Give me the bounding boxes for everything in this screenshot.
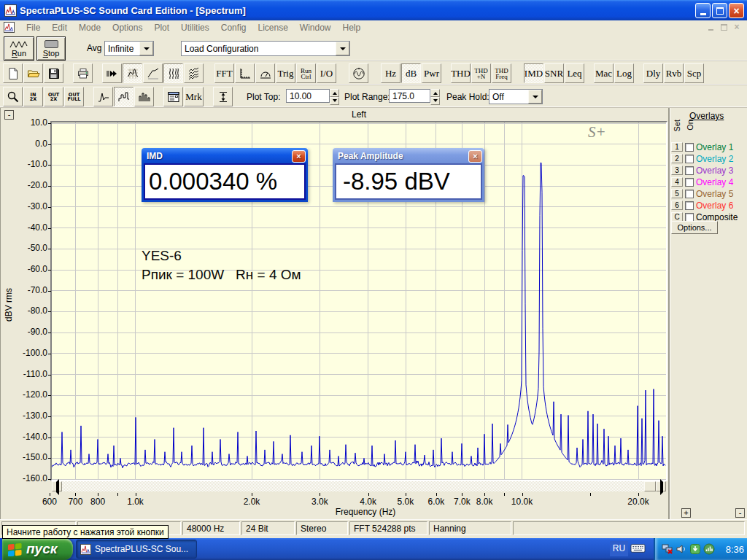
units-db-button[interactable]: dB xyxy=(401,63,421,83)
spectrogram-view-button[interactable] xyxy=(163,63,183,83)
expand-range-button[interactable]: + xyxy=(681,508,691,518)
processing-button[interactable] xyxy=(102,63,122,83)
restore-button[interactable] xyxy=(712,3,727,18)
close-button[interactable]: × xyxy=(729,3,744,18)
logging-button[interactable]: Log xyxy=(614,63,634,83)
reverb-button[interactable]: Rvb xyxy=(664,63,684,83)
overlay-on-6-checkbox[interactable] xyxy=(685,201,694,210)
network-status-icon[interactable] xyxy=(662,543,673,555)
menu-help[interactable]: Help xyxy=(337,21,367,34)
load-configuration-dropdown-button[interactable] xyxy=(336,42,349,55)
menu-file[interactable]: File xyxy=(20,21,46,34)
overlay-set-2-button[interactable]: 2 xyxy=(671,154,683,163)
avg-dropdown-button[interactable] xyxy=(139,42,153,55)
spectrum-view-button[interactable] xyxy=(123,63,142,83)
plot-top-input[interactable]: 10.00 xyxy=(286,89,330,103)
overlay-set-6-button[interactable]: 6 xyxy=(671,201,683,210)
menu-window[interactable]: Window xyxy=(294,21,337,34)
imd-close-button[interactable]: × xyxy=(292,150,306,163)
scrollbar-thumb[interactable] xyxy=(644,481,656,491)
overlay-on-4-checkbox[interactable] xyxy=(685,178,694,187)
overlay-set-3-button[interactable]: 3 xyxy=(671,166,683,175)
signal-icon[interactable] xyxy=(703,543,715,555)
imd-window-titlebar[interactable]: IMD × xyxy=(142,148,308,163)
signal-generator-button[interactable] xyxy=(349,63,368,83)
overlay-on-5-checkbox[interactable] xyxy=(685,190,694,198)
zoom-out-2x-button[interactable]: OUT2X xyxy=(44,87,63,106)
run-control-button[interactable]: RunCtrl xyxy=(296,63,316,83)
volume-icon[interactable] xyxy=(676,543,687,555)
print-button[interactable] xyxy=(73,63,93,83)
overlay-set-1-button[interactable]: 1 xyxy=(671,142,683,152)
trigger-button[interactable]: Trig xyxy=(276,63,295,83)
taskbar-item-spectraplus[interactable]: SpectraPLUS-SC Sou... xyxy=(76,540,197,559)
menu-edit[interactable]: Edit xyxy=(46,21,73,34)
overlay-on-2-checkbox[interactable] xyxy=(685,155,694,163)
markers-button[interactable]: Mrk xyxy=(184,87,204,106)
calibration-button[interactable] xyxy=(255,63,275,83)
snr-button[interactable]: SNR xyxy=(544,63,564,83)
scroll-right-button[interactable] xyxy=(656,481,666,491)
plot-step-button[interactable] xyxy=(114,87,133,106)
update-icon[interactable] xyxy=(689,543,701,555)
run-button[interactable]: Run xyxy=(4,36,34,61)
units-hz-button[interactable]: Hz xyxy=(381,63,400,83)
units-pwr-button[interactable]: Pwr xyxy=(422,63,441,83)
io-device-button[interactable]: I/O xyxy=(317,63,336,83)
peak-hold-dropdown-button[interactable] xyxy=(528,90,542,104)
overlays-options-button[interactable]: Options... xyxy=(671,221,718,234)
zoom-out-full-button[interactable]: OUTFULL xyxy=(64,87,84,106)
scroll-left-button[interactable] xyxy=(52,481,62,491)
menu-config[interactable]: Config xyxy=(215,21,252,34)
new-file-button[interactable] xyxy=(3,63,23,83)
zoom-in-2x-button[interactable]: IN2X xyxy=(23,87,43,106)
collapse-panel-button[interactable]: - xyxy=(4,110,14,120)
plot-horizontal-scrollbar[interactable] xyxy=(52,481,666,491)
menu-license[interactable]: License xyxy=(252,21,293,34)
peak-close-button[interactable]: × xyxy=(468,150,482,163)
io-device-label: I/O xyxy=(320,68,333,79)
zoom-button[interactable] xyxy=(3,87,23,106)
peak-hold-combobox[interactable]: Off xyxy=(489,89,543,104)
phase-view-button[interactable] xyxy=(143,63,163,83)
minimize-button[interactable] xyxy=(695,3,711,18)
avg-combobox[interactable]: Infinite xyxy=(104,41,154,56)
menu-plot[interactable]: Plot xyxy=(148,21,175,34)
stop-button[interactable]: Stop xyxy=(36,36,66,61)
plot-line-button[interactable] xyxy=(93,87,113,106)
fft-settings-button[interactable]: FFT xyxy=(214,63,234,83)
thd-n-button[interactable]: THD+N xyxy=(471,63,491,83)
overlay-set-4-button[interactable]: 4 xyxy=(671,177,683,187)
overlay-on-C-checkbox[interactable] xyxy=(685,213,694,222)
plot-top-spinner[interactable] xyxy=(330,89,339,103)
overlay-on-3-checkbox[interactable] xyxy=(685,166,694,175)
load-configuration-combobox[interactable]: Load Configuration xyxy=(181,41,350,56)
peak-amplitude-titlebar[interactable]: Peak Amplitude × xyxy=(333,148,484,163)
amplitude-range-button[interactable] xyxy=(213,87,233,106)
thd-freq-button[interactable]: THDFreq xyxy=(492,63,511,83)
macro-button[interactable]: Mac xyxy=(594,63,614,83)
menu-options[interactable]: Options xyxy=(107,21,148,34)
menu-utilities[interactable]: Utilities xyxy=(175,21,215,34)
display-options-button[interactable] xyxy=(163,87,183,106)
save-file-button[interactable] xyxy=(44,63,63,83)
overlay-set-5-button[interactable]: 5 xyxy=(671,189,683,198)
start-button[interactable]: пуск xyxy=(2,538,73,560)
plot-range-input[interactable]: 175.0 xyxy=(389,89,430,103)
plot-range-spinner[interactable] xyxy=(430,89,440,103)
overlay-on-1-checkbox[interactable] xyxy=(685,143,694,152)
x-tick-label: 800 xyxy=(80,497,116,507)
keyboard-icon[interactable] xyxy=(630,543,646,553)
open-file-button[interactable] xyxy=(23,63,43,83)
imd-button[interactable]: IMD xyxy=(524,63,543,83)
delay-button[interactable]: Dly xyxy=(643,63,663,83)
menu-mode[interactable]: Mode xyxy=(73,21,107,34)
language-indicator[interactable]: RU xyxy=(610,541,628,556)
thd-button[interactable]: THD xyxy=(451,63,471,83)
scaling-button[interactable] xyxy=(235,63,255,83)
shrink-range-button[interactable]: - xyxy=(735,508,745,518)
scope-button[interactable]: Scp xyxy=(684,63,704,83)
plot-bars-button[interactable] xyxy=(134,87,154,106)
surface-view-button[interactable] xyxy=(184,63,204,83)
leq-button[interactable]: Leq xyxy=(565,63,584,83)
